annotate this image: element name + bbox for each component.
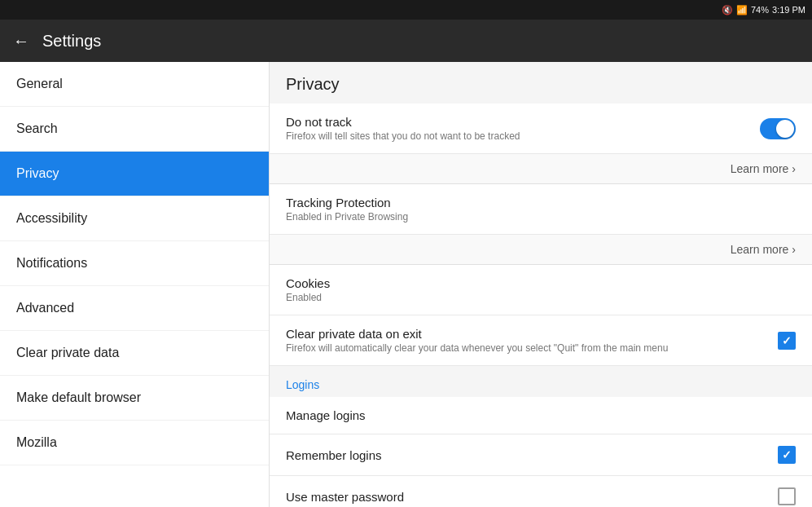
learn-more-label-1: Learn more xyxy=(731,162,789,175)
status-icons: 🔇 📶 74% 3:19 PM xyxy=(722,5,805,15)
do-not-track-label: Do not track xyxy=(286,115,520,129)
tracking-protection-desc: Enabled in Private Browsing xyxy=(286,211,408,223)
chevron-right-icon-2: › xyxy=(792,243,796,256)
tracking-protection-label: Tracking Protection xyxy=(286,196,408,209)
sidebar-item-accessibility[interactable]: Accessibility xyxy=(0,196,269,241)
do-not-track-toggle[interactable] xyxy=(760,118,796,139)
main-layout: General Search Privacy Accessibility Not… xyxy=(0,62,812,507)
logins-header-label: Logins xyxy=(286,378,319,391)
clear-private-data-on-exit-label: Clear private data on exit xyxy=(286,327,768,341)
back-button[interactable]: ← xyxy=(13,32,29,51)
chevron-right-icon-1: › xyxy=(792,162,796,175)
sidebar-item-advanced[interactable]: Advanced xyxy=(0,286,269,331)
sidebar-item-make-default-browser[interactable]: Make default browser xyxy=(0,376,269,421)
clear-private-data-on-exit-checkbox[interactable] xyxy=(778,332,796,350)
battery-text: 74% xyxy=(751,5,769,15)
cookies-row[interactable]: Cookies Enabled xyxy=(270,265,812,315)
status-bar: 🔇 📶 74% 3:19 PM xyxy=(0,0,812,20)
remember-logins-label: Remember logins xyxy=(286,448,382,462)
app-header: ← Settings xyxy=(0,20,812,62)
manage-logins-row[interactable]: Manage logins xyxy=(270,397,812,434)
sidebar-item-privacy[interactable]: Privacy xyxy=(0,152,269,196)
tracking-protection-learn-more[interactable]: Learn more › xyxy=(270,235,812,265)
cookies-desc: Enabled xyxy=(286,292,330,303)
manage-logins-label: Manage logins xyxy=(286,408,366,422)
remember-logins-checkbox[interactable] xyxy=(778,446,796,464)
tracking-protection-row: Tracking Protection Enabled in Private B… xyxy=(270,184,812,235)
do-not-track-learn-more[interactable]: Learn more › xyxy=(270,154,812,184)
sidebar-item-general[interactable]: General xyxy=(0,62,269,107)
content-area: Privacy Do not track Firefox will tell s… xyxy=(270,62,812,507)
page-title: Settings xyxy=(42,32,101,51)
wifi-icon: 📶 xyxy=(736,5,748,15)
use-master-password-row: Use master password xyxy=(270,476,812,507)
sidebar-item-notifications[interactable]: Notifications xyxy=(0,241,269,286)
do-not-track-row: Do not track Firefox will tell sites tha… xyxy=(270,104,812,154)
time-text: 3:19 PM xyxy=(772,5,805,15)
sidebar: General Search Privacy Accessibility Not… xyxy=(0,62,270,507)
learn-more-label-2: Learn more xyxy=(731,243,789,256)
clear-private-data-on-exit-desc: Firefox will automatically clear your da… xyxy=(286,342,768,354)
content-title: Privacy xyxy=(270,62,812,104)
use-master-password-label: Use master password xyxy=(286,490,404,504)
do-not-track-desc: Firefox will tell sites that you do not … xyxy=(286,130,520,142)
clear-private-data-on-exit-row: Clear private data on exit Firefox will … xyxy=(270,315,812,366)
mute-icon: 🔇 xyxy=(722,5,733,15)
sidebar-item-mozilla[interactable]: Mozilla xyxy=(0,421,269,465)
cookies-label: Cookies xyxy=(286,276,330,290)
sidebar-item-clear-private-data[interactable]: Clear private data xyxy=(0,331,269,376)
remember-logins-row: Remember logins xyxy=(270,434,812,476)
sidebar-item-search[interactable]: Search xyxy=(0,107,269,152)
logins-section-header: Logins xyxy=(270,366,812,397)
use-master-password-checkbox[interactable] xyxy=(778,487,796,505)
